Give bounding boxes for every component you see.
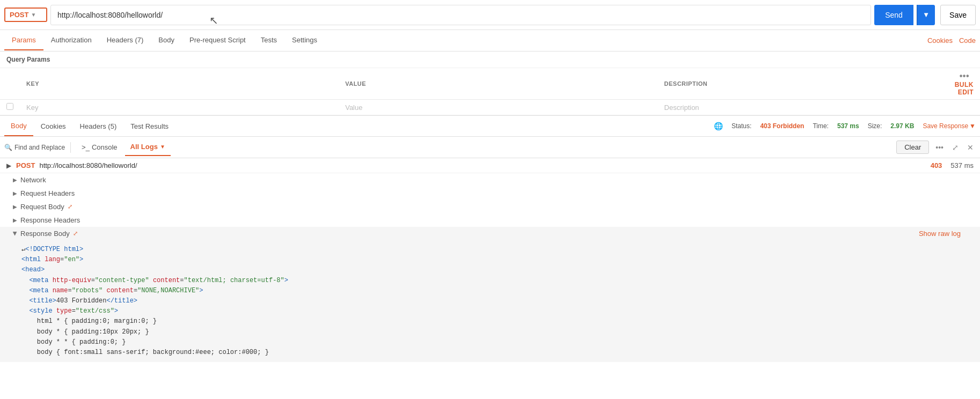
query-params-section: Query Params KEY VALUE DESCRIPTION ••• B… xyxy=(0,51,980,115)
tab-headers[interactable]: Headers (7) xyxy=(99,31,151,50)
top-bar: POST ▼ ↖ Send ▼ Save xyxy=(0,0,980,30)
code-block: ↵<!DOCTYPE html> <html lang="en"> <head>… xyxy=(0,240,980,362)
send-dropdown-button[interactable]: ▼ xyxy=(917,5,935,25)
tree-label-network: Network xyxy=(20,176,46,184)
more-options-icon[interactable]: ••• xyxy=(933,142,946,153)
time-label: Time: xyxy=(813,122,829,130)
save-response-button[interactable]: Save Response ▼ xyxy=(923,122,976,130)
clear-button[interactable]: Clear xyxy=(896,141,929,154)
resp-tab-cookies[interactable]: Cookies xyxy=(34,117,72,136)
resp-tab-test-results[interactable]: Test Results xyxy=(124,117,175,136)
tree-arrow-resp-body: ▶ xyxy=(12,232,18,236)
divider xyxy=(70,142,71,153)
log-entry: ▶ POST http://localhost:8080/helloworld/… xyxy=(0,158,980,173)
log-method: POST xyxy=(16,161,35,169)
code-line-1: <html lang="en"> xyxy=(21,255,963,265)
tree-response-headers[interactable]: ▶ Response Headers xyxy=(0,213,980,227)
code-line-4: <meta name="robots" content="NONE,NOARCH… xyxy=(21,286,963,296)
status-label: Status: xyxy=(732,122,751,130)
params-desc-header: DESCRIPTION xyxy=(658,68,948,100)
three-dots-icon[interactable]: ••• xyxy=(960,71,969,80)
tree-network[interactable]: ▶ Network xyxy=(0,173,980,187)
resp-tab-body[interactable]: Body xyxy=(4,116,33,136)
params-desc-cell[interactable]: Description xyxy=(658,100,948,115)
show-raw-log-button[interactable]: Show raw log xyxy=(919,230,961,238)
tree-arrow-resp-headers: ▶ xyxy=(13,217,17,223)
external-link-icon[interactable]: ⤢ xyxy=(950,142,961,153)
tree-response-body[interactable]: ▶ Response Body ⤢ Show raw log xyxy=(0,227,980,240)
tree-arrow-network: ▶ xyxy=(13,177,17,183)
code-line-8: body * { padding:10px 20px; } xyxy=(21,327,963,337)
tree-label-req-headers: Request Headers xyxy=(20,189,75,197)
cookies-link[interactable]: Cookies xyxy=(927,36,953,45)
log-meta-row: ▶ POST http://localhost:8080/helloworld/… xyxy=(6,161,974,169)
response-tabs: Body Cookies Headers (5) Test Results 🌐 … xyxy=(0,115,980,137)
log-url: http://localhost:8080/helloworld/ xyxy=(39,161,137,169)
size-value: 2.97 KB xyxy=(890,122,914,130)
send-button[interactable]: Send xyxy=(874,5,913,25)
tree-label-req-body: Request Body xyxy=(20,203,64,211)
params-key-cell[interactable]: Key xyxy=(20,100,339,115)
time-value: 537 ms xyxy=(837,122,859,130)
tree-label-resp-headers: Response Headers xyxy=(20,216,80,224)
request-tabs: Params Authorization Headers (7) Body Pr… xyxy=(0,30,980,51)
log-time: 537 ms xyxy=(950,161,974,169)
status-value: 403 Forbidden xyxy=(760,122,804,130)
params-value-header: VALUE xyxy=(339,68,657,100)
search-icon: 🔍 xyxy=(4,144,12,151)
query-params-label: Query Params xyxy=(0,51,980,68)
tab-params[interactable]: Params xyxy=(4,31,43,50)
external-link-req-body-icon[interactable]: ⤢ xyxy=(68,203,72,210)
all-logs-tab[interactable]: All Logs ▼ xyxy=(125,138,171,156)
log-expand-arrow[interactable]: ▶ xyxy=(6,162,13,169)
code-line-9: body * * { padding:0; } xyxy=(21,337,963,348)
tree-arrow-req-body: ▶ xyxy=(13,204,17,210)
resp-tab-headers[interactable]: Headers (5) xyxy=(74,117,123,136)
params-value-cell[interactable]: Value xyxy=(339,100,657,115)
params-actions-header: ••• Bulk Edit xyxy=(948,68,980,100)
console-bar: 🔍 Find and Replace >_ Console All Logs ▼… xyxy=(0,137,980,158)
tab-body[interactable]: Body xyxy=(151,31,182,50)
tree-section: ▶ Network ▶ Request Headers ▶ Request Bo… xyxy=(0,173,980,362)
response-status-bar: 🌐 Status: 403 Forbidden Time: 537 ms Siz… xyxy=(714,122,976,130)
close-icon[interactable]: ✕ xyxy=(965,142,976,153)
tree-label-resp-body: Response Body xyxy=(20,230,70,238)
code-line-7: html * { padding:0; margin:0; } xyxy=(21,316,963,327)
method-label: POST xyxy=(10,11,28,19)
params-row-checkbox[interactable] xyxy=(0,100,20,115)
code-line-6: <style type="text/css"> xyxy=(21,306,963,316)
code-line-3: <meta http-equiv="content-type" content=… xyxy=(21,276,963,286)
response-body-content: ↵<!DOCTYPE html> <html lang="en"> <head>… xyxy=(0,240,980,362)
tree-arrow-req-headers: ▶ xyxy=(13,190,17,196)
tab-settings[interactable]: Settings xyxy=(284,31,325,50)
method-chevron: ▼ xyxy=(31,12,36,18)
params-row-empty: Key Value Description xyxy=(0,100,980,115)
bulk-edit-button[interactable]: Bulk Edit xyxy=(955,81,974,96)
code-line-10: body { font:small sans-serif; background… xyxy=(21,348,963,358)
tab-authorization[interactable]: Authorization xyxy=(43,31,99,50)
code-line-5: <title>403 Forbidden</title> xyxy=(21,296,963,306)
globe-icon: 🌐 xyxy=(714,122,723,130)
code-link[interactable]: Code xyxy=(959,36,976,45)
external-link-resp-body-icon[interactable]: ⤢ xyxy=(73,230,78,237)
all-logs-chevron-icon: ▼ xyxy=(160,144,165,150)
code-line-2: <head> xyxy=(21,265,963,275)
size-label: Size: xyxy=(868,122,882,130)
code-line-0: ↵<!DOCTYPE html> xyxy=(21,245,963,255)
method-dropdown[interactable]: POST ▼ xyxy=(4,8,47,22)
params-key-header: KEY xyxy=(20,68,339,100)
console-actions: Clear ••• ⤢ ✕ xyxy=(896,141,976,154)
tree-request-headers[interactable]: ▶ Request Headers xyxy=(0,187,980,200)
tab-prerequest[interactable]: Pre-request Script xyxy=(182,31,253,50)
params-table: KEY VALUE DESCRIPTION ••• Bulk Edit Key … xyxy=(0,68,980,115)
params-row-actions xyxy=(948,100,980,115)
console-tab[interactable]: >_ Console xyxy=(76,139,123,156)
tab-tests[interactable]: Tests xyxy=(253,31,284,50)
url-input[interactable] xyxy=(50,5,871,25)
console-icon: >_ xyxy=(82,143,90,151)
find-replace-button[interactable]: 🔍 Find and Replace xyxy=(4,144,65,151)
log-status: 403 xyxy=(931,161,942,169)
save-button[interactable]: Save xyxy=(940,5,976,25)
tree-request-body[interactable]: ▶ Request Body ⤢ xyxy=(0,200,980,213)
params-checkbox-col xyxy=(0,68,20,100)
